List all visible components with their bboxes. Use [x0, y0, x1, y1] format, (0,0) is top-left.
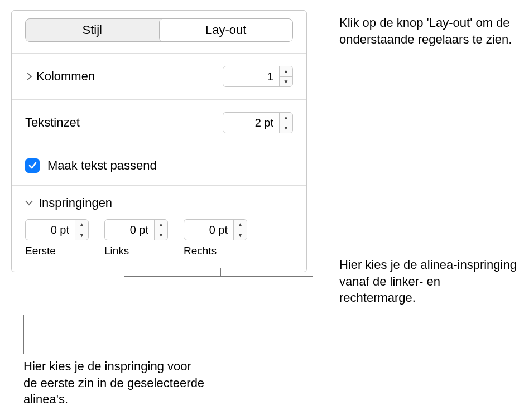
inspector-panel: Stijl Lay-out Kolommen ▲ ▼ Tekstinzet ▲ …	[11, 10, 307, 272]
text-inset-label: Tekstinzet	[25, 115, 223, 130]
chevron-right-icon[interactable]	[25, 70, 33, 83]
segmented-control: Stijl Lay-out	[25, 18, 293, 42]
indent-left-label: Links	[104, 245, 129, 257]
tab-layout-label: Lay-out	[205, 23, 246, 37]
indent-first-down[interactable]: ▼	[75, 230, 88, 240]
indent-right-up[interactable]: ▲	[234, 220, 247, 230]
indent-right-down[interactable]: ▼	[234, 230, 247, 240]
callout-line	[220, 268, 332, 268]
indents-header[interactable]: Inspringingen	[25, 196, 293, 210]
indent-first-stepper[interactable]: ▲ ▼	[25, 219, 89, 240]
callout-first-indent: Hier kies je de inspringing voor de eers…	[23, 358, 208, 408]
indents-section: Inspringingen ▲ ▼ Eerste ▲ ▼	[12, 186, 306, 272]
text-inset-step-down[interactable]: ▼	[280, 123, 292, 133]
text-inset-step-up[interactable]: ▲	[280, 113, 292, 123]
indent-right-col: ▲ ▼ Rechts	[184, 219, 247, 257]
check-icon	[28, 161, 37, 170]
callout-layout-button: Klik op de knop 'Lay-out' om de ondersta…	[339, 15, 518, 47]
indent-first-col: ▲ ▼ Eerste	[25, 219, 89, 257]
indent-first-label: Eerste	[25, 245, 56, 257]
text-inset-row: Tekstinzet ▲ ▼	[12, 100, 306, 146]
text-inset-input[interactable]	[223, 113, 279, 133]
chevron-down-icon	[25, 198, 35, 208]
callout-line	[124, 277, 124, 284]
indent-first-input[interactable]	[26, 220, 75, 240]
indent-first-up[interactable]: ▲	[75, 220, 88, 230]
shrink-fit-row: Maak tekst passend	[12, 146, 306, 186]
indent-left-col: ▲ ▼ Links	[104, 219, 168, 257]
tab-bar: Stijl Lay-out	[12, 11, 306, 54]
columns-input[interactable]	[223, 66, 279, 86]
columns-stepper[interactable]: ▲ ▼	[223, 66, 293, 87]
shrink-fit-checkbox[interactable]	[25, 158, 40, 173]
indent-left-up[interactable]: ▲	[155, 220, 167, 230]
indent-left-down[interactable]: ▼	[155, 230, 167, 240]
columns-label: Kolommen	[36, 69, 223, 84]
indent-left-input[interactable]	[105, 220, 154, 240]
tab-layout[interactable]: Lay-out	[159, 19, 293, 41]
tab-style-label: Stijl	[83, 23, 102, 37]
columns-step-up[interactable]: ▲	[280, 66, 292, 77]
indent-left-stepper[interactable]: ▲ ▼	[104, 219, 168, 240]
indent-right-label: Rechts	[184, 245, 217, 257]
callout-line	[220, 268, 221, 276]
columns-row: Kolommen ▲ ▼	[12, 54, 306, 100]
columns-step-down[interactable]: ▼	[280, 77, 292, 87]
callout-line	[313, 277, 313, 284]
tab-style[interactable]: Stijl	[26, 19, 159, 41]
callout-line	[124, 276, 313, 277]
indents-title-label: Inspringingen	[39, 196, 112, 210]
callout-line	[293, 31, 332, 31]
indent-right-input[interactable]	[184, 220, 233, 240]
indent-right-stepper[interactable]: ▲ ▼	[184, 219, 247, 240]
callout-margin-indent: Hier kies je de alinea-inspringing vanaf…	[339, 257, 518, 306]
text-inset-stepper[interactable]: ▲ ▼	[223, 112, 293, 133]
callout-line	[23, 315, 24, 354]
shrink-fit-label: Maak tekst passend	[47, 158, 293, 173]
